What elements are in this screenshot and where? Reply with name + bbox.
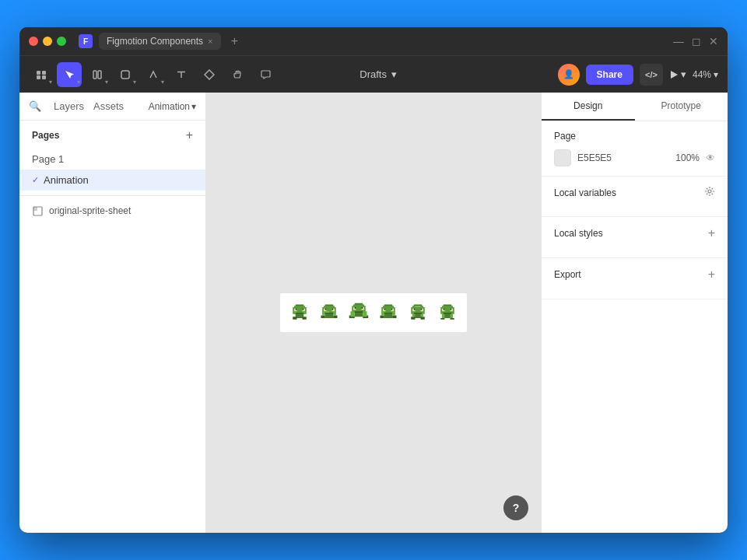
export-section-title: Export [554,269,581,280]
svg-rect-58 [381,316,384,319]
right-panel-tabs: Design Prototype [542,93,728,121]
local-variables-section: Local variables [542,177,728,217]
svg-rect-42 [355,307,356,309]
tab-layers[interactable]: Layers [54,99,84,114]
close-window-icon[interactable]: ✕ [709,35,718,47]
svg-rect-31 [321,316,325,319]
title-bar: F Figmotion Components × + — ◻ ✕ [19,27,728,55]
location-label: Drafts [359,68,387,80]
hand-tool[interactable] [225,62,250,87]
pen-tool[interactable]: ▾ [141,62,166,87]
svg-marker-7 [671,71,678,79]
export-section: Export + [542,258,728,299]
shape-tool-chevron: ▾ [133,79,136,86]
new-tab-button[interactable]: + [227,33,243,49]
play-button[interactable]: ▾ [669,68,686,80]
code-button[interactable]: </> [640,64,663,86]
svg-rect-83 [451,309,452,310]
svg-rect-5 [98,71,101,79]
sprite-frame-4 [375,299,402,326]
svg-rect-6 [121,71,129,79]
maximize-button[interactable] [57,37,66,46]
svg-rect-1 [42,71,46,75]
add-page-button[interactable]: + [186,128,193,142]
search-icon: 🔍 [29,100,41,112]
local-variables-header: Local variables [554,186,715,199]
help-button[interactable]: ? [503,495,528,520]
svg-rect-0 [37,71,40,75]
minimize-icon[interactable]: — [673,35,684,47]
menu-tool-chevron: ▾ [49,79,52,86]
close-button[interactable] [29,37,38,46]
svg-rect-3 [42,75,46,79]
zoom-control[interactable]: 44% ▾ [693,69,718,80]
sprite-frame-3 [345,299,372,326]
toolbar-center: Drafts ▾ [359,68,397,80]
svg-rect-48 [363,311,366,317]
sprite-frame-1 [286,299,313,326]
frame-tool-chevron: ▾ [105,79,108,86]
local-variables-settings-icon[interactable] [704,186,715,199]
menu-tool[interactable]: ▾ [29,62,54,87]
active-page-check: ✓ [32,175,39,185]
left-panel: 🔍 Layers Assets Animation ▾ Pages + Page… [19,93,206,533]
export-add-button[interactable]: + [708,268,715,282]
page-item-1[interactable]: Page 1 [19,149,205,170]
help-label: ? [513,502,520,514]
comment-tool[interactable] [253,62,278,87]
component-tool[interactable] [197,62,222,87]
svg-rect-55 [384,309,386,310]
frame-tool[interactable]: ▾ [85,62,110,87]
svg-rect-18 [293,317,296,320]
svg-rect-68 [414,309,416,310]
panel-tabs: 🔍 Layers Assets Animation ▾ [19,93,205,121]
svg-rect-76 [416,306,421,307]
page-color-row: E5E5E5 100% 👁 [554,149,715,166]
svg-rect-69 [421,309,423,310]
select-tool[interactable]: ▾ [57,62,82,87]
tab-design[interactable]: Design [542,93,635,121]
sprite-container [280,293,467,332]
svg-rect-35 [325,313,334,314]
layer-label: original-sprite-sheet [49,205,131,216]
svg-rect-44 [355,313,363,317]
svg-rect-85 [440,318,444,320]
animation-badge[interactable]: Animation ▾ [149,101,196,112]
title-tab[interactable]: Figmotion Components × [99,33,221,50]
svg-rect-49 [355,311,363,313]
page-item-animation[interactable]: ✓ Animation [19,170,205,191]
page-animation-label: Animation [44,174,89,186]
local-styles-add-button[interactable]: + [708,226,715,240]
svg-rect-43 [362,307,363,309]
app-window: F Figmotion Components × + — ◻ ✕ ▾ [19,27,728,533]
share-button[interactable]: Share [586,65,633,85]
tab-title: Figmotion Components [107,36,203,47]
location-chevron[interactable]: ▾ [391,68,397,80]
svg-rect-32 [333,316,337,319]
page-color-swatch[interactable] [554,149,571,166]
tab-assets[interactable]: Assets [93,99,124,114]
restore-icon[interactable]: ◻ [692,35,701,47]
pages-header: Pages + [19,121,205,149]
svg-rect-9 [33,207,37,211]
tab-prototype[interactable]: Prototype [635,93,728,121]
visibility-icon[interactable]: 👁 [706,152,715,163]
sprite-frame-5 [405,299,431,326]
animation-label: Animation [149,101,190,112]
svg-rect-47 [351,311,355,317]
svg-rect-61 [392,311,395,315]
animation-chevron: ▾ [191,101,196,112]
user-avatar: 👤 [558,64,580,86]
zoom-label: 44% [693,69,711,80]
canvas-area[interactable]: ? [206,93,541,533]
local-styles-header: Local styles + [554,226,715,240]
svg-rect-87 [442,314,445,318]
layer-item-sprite[interactable]: original-sprite-sheet [19,201,205,221]
shape-tool[interactable]: ▾ [113,62,138,87]
sprite-frame-6 [434,299,461,326]
toolbar-right: 👤 Share </> ▾ 44% ▾ [558,64,718,86]
text-tool[interactable] [169,62,194,87]
tab-close-icon[interactable]: × [208,37,212,46]
select-tool-chevron: ▾ [77,79,80,86]
minimize-button[interactable] [43,37,52,46]
